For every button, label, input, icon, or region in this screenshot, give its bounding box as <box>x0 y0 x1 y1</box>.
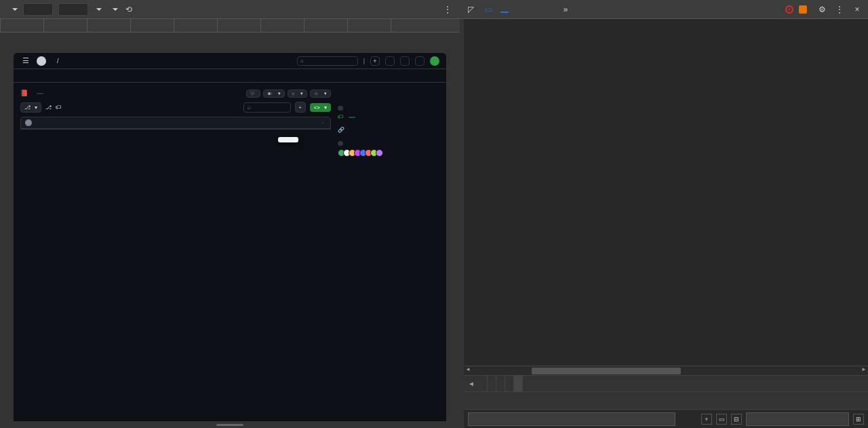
tabs-overflow-icon[interactable]: » <box>560 4 571 15</box>
device-viewport: ☰ / ⌕ | + 📕 <box>0 19 460 428</box>
goto-file-input[interactable]: ⌕ <box>243 102 291 113</box>
sponsor-url[interactable]: 🔗 <box>338 127 439 133</box>
horizontal-scrollbar[interactable] <box>464 366 868 375</box>
gh-nav-tabs <box>14 69 446 83</box>
styles-toolbar: + ▭ ⊟ ⊞ <box>464 409 868 428</box>
repo-title-row: 📕 ♡ 👁 ▾ ⑂ ▾ ☆ ▾ <box>20 90 331 98</box>
report-link[interactable] <box>338 94 439 98</box>
viewport-resize-handle[interactable] <box>0 421 460 428</box>
avatar[interactable] <box>430 56 439 66</box>
latest-badge <box>349 117 355 118</box>
settings-icon[interactable]: ⚙ <box>816 4 827 15</box>
filter-input-2[interactable] <box>746 412 849 426</box>
pulls-icon[interactable] <box>400 56 410 66</box>
inspect-tooltip <box>278 137 298 142</box>
add-file-button[interactable]: + <box>295 102 306 113</box>
tab-elements[interactable] <box>500 6 509 13</box>
file-list <box>20 129 331 130</box>
flex-icon[interactable]: ▭ <box>716 414 727 425</box>
repo-icon: 📕 <box>20 90 28 98</box>
visibility-badge <box>37 93 43 94</box>
bc-item[interactable] <box>488 376 496 391</box>
throttling-dropdown[interactable] <box>107 3 121 16</box>
github-logo-icon[interactable] <box>37 56 46 66</box>
watch-button[interactable]: 👁 ▾ <box>263 90 285 98</box>
search-icon: ⌕ <box>300 58 304 64</box>
bc-scroll-left[interactable]: ◄ <box>464 380 479 387</box>
devtools-top-bar: ⟲ ⋮ ◸ ▭ » × ⚙ ⋮ × <box>0 0 868 19</box>
releases-heading <box>338 104 439 111</box>
device-icon[interactable]: ▭ <box>483 4 494 15</box>
computed-toggle-icon[interactable]: ⊟ <box>731 414 742 425</box>
hov-button[interactable] <box>679 417 686 421</box>
width-input[interactable] <box>23 3 53 16</box>
latest-commit-row[interactable]: · <box>20 117 331 129</box>
tags-link[interactable]: 🏷 <box>56 104 61 111</box>
styles-filter-input[interactable] <box>468 412 675 426</box>
sponsor-button[interactable]: ♡ <box>246 90 260 98</box>
cls-button[interactable] <box>690 417 697 421</box>
bc-item[interactable] <box>479 376 488 391</box>
branch-button[interactable]: ⎇ ▾ <box>20 102 41 113</box>
bc-item[interactable] <box>496 376 505 391</box>
usedby-avatars[interactable] <box>338 149 439 157</box>
dock-icon[interactable]: ⋮ <box>834 4 845 15</box>
tag-icon: 🏷 <box>338 114 343 120</box>
ruler <box>0 19 460 33</box>
fork-button[interactable]: ⑂ ▾ <box>288 90 307 98</box>
tab-console[interactable] <box>515 7 524 12</box>
rendering-icon[interactable]: ⊞ <box>853 414 864 425</box>
gh-header: ☰ / ⌕ | + <box>14 53 446 69</box>
issues-icon[interactable] <box>385 56 395 66</box>
code-button[interactable]: <> ▾ <box>310 103 331 112</box>
warn-badge[interactable] <box>799 5 807 14</box>
bc-item-shadow[interactable] <box>514 376 523 391</box>
more-icon[interactable]: ⋮ <box>442 4 453 15</box>
elements-tree[interactable] <box>464 19 868 366</box>
breadcrumb-bar: ◄ <box>464 375 868 391</box>
star-button[interactable]: ☆ ▾ <box>310 90 331 98</box>
branches-link[interactable]: ⎇ <box>45 104 52 111</box>
new-rule-icon[interactable]: + <box>701 414 712 425</box>
tab-network[interactable] <box>545 7 553 12</box>
styles-tabs <box>464 391 868 409</box>
notifications-icon[interactable] <box>415 56 425 66</box>
error-icon[interactable]: × <box>785 5 793 14</box>
plus-dropdown[interactable]: + <box>370 56 380 66</box>
zoom-dropdown[interactable] <box>91 3 104 16</box>
rotate-icon[interactable]: ⟲ <box>123 4 134 15</box>
bc-item[interactable] <box>505 376 514 391</box>
devtools-elements-panel: ◄ + ▭ ⊟ ⊞ <box>464 19 868 428</box>
height-input[interactable] <box>58 3 88 16</box>
github-page: ☰ / ⌕ | + 📕 <box>14 53 446 421</box>
inspect-icon[interactable]: ◸ <box>465 4 476 15</box>
dimensions-dropdown[interactable] <box>7 3 20 16</box>
usedby-heading <box>338 140 439 147</box>
tab-sources[interactable] <box>530 7 538 12</box>
commit-avatar <box>25 119 32 126</box>
hamburger-icon[interactable]: ☰ <box>20 56 31 66</box>
search-input[interactable]: ⌕ <box>297 56 358 66</box>
branch-row: ⎇ ▾ ⎇ 🏷 ⌕ + <> ▾ <box>20 102 331 113</box>
close-icon[interactable]: × <box>852 4 863 15</box>
gh-sidebar: 🏷 🔗 <box>338 90 439 159</box>
